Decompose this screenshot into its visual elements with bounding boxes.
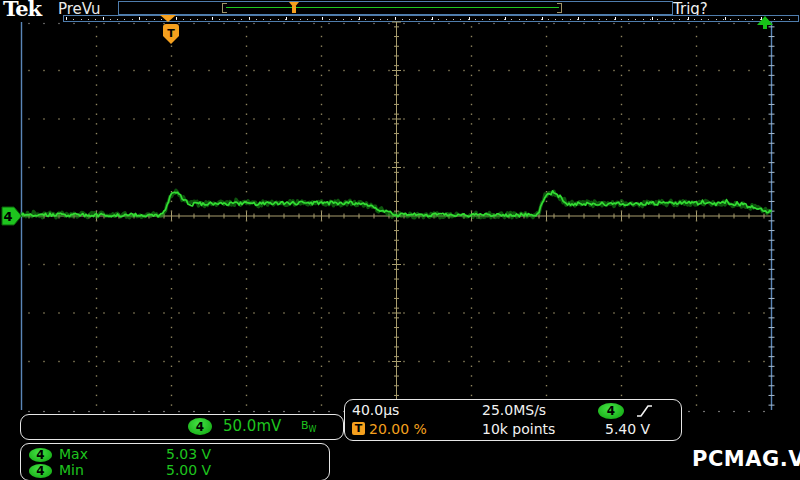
- svg-text:4: 4: [3, 209, 12, 224]
- channel4-readout-box[interactable]: 4 50.0mV BW: [20, 414, 344, 440]
- tek-logo: Tek: [3, 0, 41, 21]
- svg-text:T: T: [167, 27, 175, 40]
- rising-edge-icon: [635, 403, 653, 419]
- bandwidth-limit-icon: BW: [301, 419, 316, 434]
- sample-rate-value: 25.0MS/s: [482, 402, 546, 418]
- oscilloscope-screen: Tek PreVu Trig? 4T 4 50.0mV BW 40.0µs 25…: [0, 0, 800, 480]
- trigger-position-percent-value: 20.00 %: [369, 421, 427, 437]
- record-view-waveform-line: [226, 7, 559, 8]
- record-view-right-bracket-icon: [557, 3, 562, 13]
- record-length-value: 10k points: [482, 421, 555, 437]
- channel4-badge: 4: [29, 448, 52, 462]
- measurement-value: 5.03 V: [166, 446, 211, 462]
- time-per-division-value: 40.0µs: [352, 402, 399, 418]
- trigger-position-flag-icon: [163, 24, 179, 44]
- trigger-level-value: 5.40 V: [605, 421, 650, 437]
- pcmag-watermark: PCMAG.VN: [692, 447, 800, 471]
- measurement-label: Min: [59, 462, 84, 478]
- trigger-source-channel4-badge: 4: [598, 403, 624, 419]
- record-view-left-bracket-icon: [222, 3, 227, 13]
- measurement-label: Max: [59, 446, 88, 462]
- channel4-scale-value: 50.0mV: [223, 417, 281, 435]
- horizontal-position-ruler[interactable]: [63, 15, 799, 22]
- channel4-badge: 4: [29, 464, 52, 478]
- channel4-position-marker-icon: [2, 207, 22, 225]
- horizontal-trigger-readout-box[interactable]: 40.0µs 25.0MS/s 4 T 20.00 % 10k points 5…: [344, 399, 682, 441]
- record-view-bar[interactable]: [118, 1, 673, 15]
- trigger-t-badge: T: [352, 422, 365, 435]
- measurement-value: 5.00 V: [166, 462, 211, 478]
- measurements-box[interactable]: 4 Max 5.03 V 4 Min 5.00 V: [20, 443, 330, 480]
- channel4-badge: 4: [188, 418, 212, 435]
